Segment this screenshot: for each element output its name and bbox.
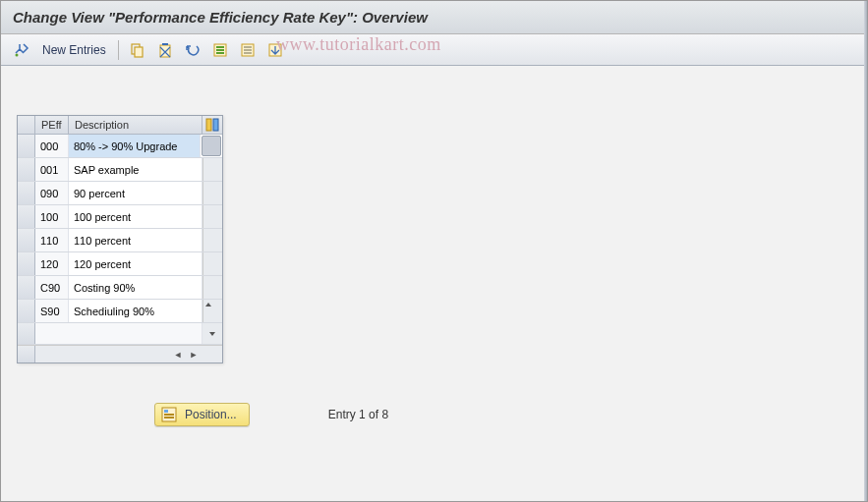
row-selector[interactable] <box>18 323 35 344</box>
row-selector[interactable] <box>18 300 35 322</box>
table-row[interactable]: 001SAP example <box>18 158 222 182</box>
vertical-scrollbar[interactable] <box>203 229 222 251</box>
description-cell[interactable]: 90 percent <box>69 182 203 204</box>
table-row[interactable]: 100100 percent <box>18 205 222 229</box>
entry-count-text: Entry 1 of 8 <box>328 408 388 421</box>
svg-rect-17 <box>164 414 174 416</box>
delete-icon[interactable] <box>154 39 176 61</box>
description-cell[interactable]: 80% -> 90% Upgrade <box>69 135 201 157</box>
description-cell[interactable]: Costing 90% <box>69 276 203 299</box>
table-row[interactable]: 110110 percent <box>18 229 222 252</box>
content-area: PEff Description 00080% -> 90% Upgrade00… <box>1 66 867 426</box>
scroll-down-icon[interactable] <box>203 323 222 344</box>
svg-rect-6 <box>216 49 224 51</box>
new-entries-button[interactable]: New Entries <box>38 41 110 59</box>
svg-rect-10 <box>244 49 252 51</box>
empty-row <box>18 323 222 345</box>
scroll-right-icon[interactable]: ► <box>187 348 201 362</box>
table-row[interactable]: S90Schediuling 90% <box>18 300 222 323</box>
vertical-scrollbar[interactable] <box>203 182 222 204</box>
description-cell[interactable]: Schediuling 90% <box>69 300 203 322</box>
table-row[interactable]: 120120 percent <box>18 252 222 276</box>
undo-icon[interactable] <box>182 39 203 61</box>
peff-cell[interactable]: 100 <box>35 205 69 228</box>
peff-cell[interactable]: 090 <box>35 182 69 204</box>
table-body: 00080% -> 90% Upgrade001SAP example09090… <box>18 135 222 323</box>
toggle-display-icon[interactable] <box>11 39 32 61</box>
svg-rect-9 <box>244 46 252 48</box>
svg-rect-18 <box>164 417 174 418</box>
svg-rect-5 <box>216 46 224 48</box>
select-column-header[interactable] <box>18 116 35 134</box>
peff-column-header[interactable]: PEff <box>35 116 69 134</box>
table-row[interactable]: 00080% -> 90% Upgrade <box>18 135 222 158</box>
select-all-icon[interactable] <box>209 39 231 61</box>
peff-cell[interactable]: 110 <box>35 229 69 251</box>
peff-cell[interactable]: S90 <box>35 300 69 322</box>
deselect-all-icon[interactable] <box>237 39 259 61</box>
position-label: Position... <box>185 408 237 421</box>
table-row[interactable]: C90Costing 90% <box>18 276 222 300</box>
row-selector[interactable] <box>18 135 35 157</box>
row-selector[interactable] <box>18 182 35 204</box>
peff-cell[interactable]: 120 <box>35 252 69 275</box>
row-selector[interactable] <box>18 158 35 181</box>
print-icon[interactable] <box>264 39 286 61</box>
description-cell[interactable]: SAP example <box>69 158 203 181</box>
peff-cell[interactable]: 001 <box>35 158 69 181</box>
toolbar: New Entries <box>1 34 867 66</box>
vertical-scrollbar[interactable] <box>202 136 221 156</box>
svg-rect-11 <box>244 52 252 54</box>
title-bar: Change View "Performance Efficiency Rate… <box>1 1 867 34</box>
vertical-scrollbar[interactable] <box>203 276 222 299</box>
svg-point-0 <box>16 53 19 56</box>
footer: Position... Entry 1 of 8 <box>17 403 867 426</box>
copy-icon[interactable] <box>127 39 148 61</box>
description-cell[interactable]: 120 percent <box>69 252 203 275</box>
svg-rect-14 <box>213 119 218 131</box>
svg-rect-7 <box>216 52 224 54</box>
description-column-header[interactable]: Description <box>69 116 203 134</box>
table-row[interactable]: 09090 percent <box>18 182 222 205</box>
description-cell[interactable]: 100 percent <box>69 205 203 228</box>
row-selector[interactable] <box>18 252 35 275</box>
description-cell[interactable]: 110 percent <box>69 229 203 251</box>
window-border <box>864 1 867 501</box>
data-table: PEff Description 00080% -> 90% Upgrade00… <box>17 115 223 363</box>
table-header: PEff Description <box>18 116 222 135</box>
configure-columns-icon[interactable] <box>203 116 222 134</box>
horizontal-scrollbar[interactable]: ◄ ► <box>18 345 222 363</box>
position-button[interactable]: Position... <box>154 403 250 426</box>
scroll-left-icon[interactable]: ◄ <box>171 348 185 362</box>
row-selector[interactable] <box>18 276 35 299</box>
peff-cell[interactable]: C90 <box>35 276 69 299</box>
page-title: Change View "Performance Efficiency Rate… <box>13 9 855 26</box>
position-icon <box>161 407 177 422</box>
svg-rect-16 <box>164 410 168 413</box>
separator <box>118 40 119 60</box>
vertical-scrollbar[interactable] <box>203 252 222 275</box>
svg-rect-13 <box>206 119 211 131</box>
peff-cell[interactable]: 000 <box>35 135 69 157</box>
row-selector[interactable] <box>18 229 35 251</box>
row-selector[interactable] <box>18 205 35 228</box>
vertical-scrollbar[interactable] <box>203 300 222 322</box>
vertical-scrollbar[interactable] <box>203 158 222 181</box>
vertical-scrollbar[interactable] <box>203 205 222 228</box>
svg-rect-2 <box>135 47 143 57</box>
